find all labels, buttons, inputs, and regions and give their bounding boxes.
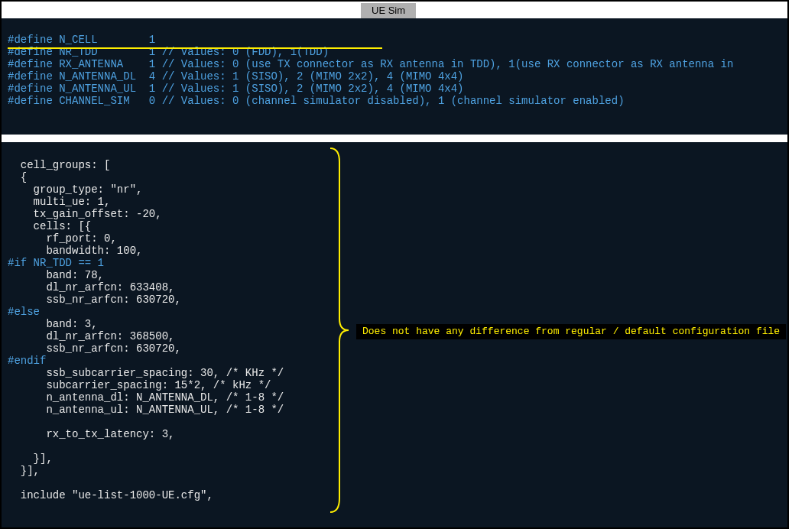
code-line: include "ue-list-1000-UE.cfg", (8, 489, 213, 501)
code-line: #define N_ANTENNA_UL 1 // Values: 1 (SIS… (8, 83, 464, 95)
code-line: }], (8, 453, 53, 465)
code-line: n_antenna_dl: N_ANTENNA_DL, /* 1-8 */ (8, 391, 284, 404)
window-frame: UE Sim #define N_CELL 1 #define NR_TDD 1… (0, 0, 789, 529)
code-line: #define N_CELL 1 (8, 34, 155, 46)
preproc-else: #else (8, 306, 40, 318)
code-line: cell_groups: [ (8, 159, 110, 171)
code-line: group_type: "nr", (8, 183, 142, 196)
config-block: cell_groups: [ { group_type: "nr", multi… (2, 142, 787, 529)
tab-bar: UE Sim (2, 2, 787, 18)
annotation-no-difference: Does not have any difference from regula… (356, 324, 786, 339)
underline-nr-tdd (8, 47, 382, 49)
code-line: band: 78, (8, 269, 104, 281)
code-line: dl_nr_arfcn: 368500, (8, 330, 174, 342)
code-line: #define CHANNEL_SIM 0 // Values: 0 (chan… (8, 95, 625, 107)
preproc-if: #if NR_TDD == 1 (8, 257, 104, 269)
code-line: multi_ue: 1, (8, 196, 110, 208)
code-line: band: 3, (8, 318, 98, 330)
code-line: cells: [{ (8, 220, 91, 232)
code-line: dl_nr_arfcn: 633408, (8, 281, 174, 294)
code-line: n_antenna_ul: N_ANTENNA_UL, /* 1-8 */ (8, 404, 284, 416)
code-line: rx_to_tx_latency: 3, (8, 428, 174, 440)
code-line: ssb_subcarrier_spacing: 30, /* KHz */ (8, 367, 284, 379)
preproc-endif: #endif (8, 355, 46, 367)
section-divider (2, 135, 787, 142)
code-line: bandwidth: 100, (8, 245, 142, 257)
code-line: ssb_nr_arfcn: 630720, (8, 342, 181, 355)
code-line: }], (8, 465, 40, 477)
tab-ue-sim[interactable]: UE Sim (361, 3, 416, 18)
code-line: #define N_ANTENNA_DL 4 // Values: 1 (SIS… (8, 70, 464, 83)
code-line: #define RX_ANTENNA 1 // Values: 0 (use T… (8, 58, 733, 70)
code-line: rf_port: 0, (8, 232, 117, 245)
code-line: { (8, 171, 27, 183)
defines-block: #define N_CELL 1 #define NR_TDD 1 // Val… (2, 18, 787, 135)
code-line: subcarrier_spacing: 15*2, /* kHz */ (8, 379, 271, 391)
code-line: tx_gain_offset: -20, (8, 208, 162, 220)
code-line: ssb_nr_arfcn: 630720, (8, 294, 181, 306)
curly-bracket-icon (329, 147, 352, 514)
